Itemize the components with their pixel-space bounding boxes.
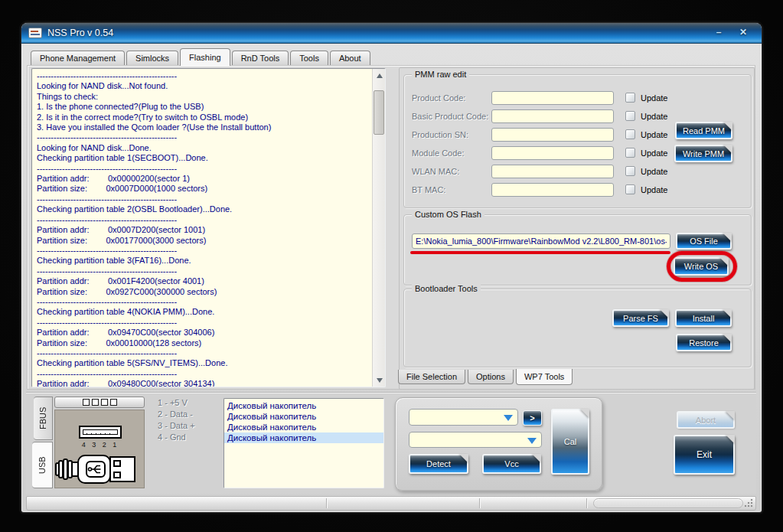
tab-about[interactable]: About bbox=[330, 51, 370, 66]
statusbar-progress-panel bbox=[593, 498, 743, 508]
wp7-tools-page: PMM raw edit Product Code: Update Basic … bbox=[399, 67, 755, 390]
scroll-down-button[interactable] bbox=[373, 374, 386, 387]
abort-button[interactable]: Abort bbox=[677, 411, 735, 429]
tab-fbus[interactable]: FBUS bbox=[34, 397, 53, 440]
product-code-field[interactable] bbox=[491, 91, 614, 105]
titlebar[interactable]: NSS Pro v 0.54 – ✕ bbox=[21, 23, 762, 44]
cal-button[interactable]: Cal bbox=[551, 409, 589, 475]
sub-tab-strip: File Selection Options WP7 Tools bbox=[398, 370, 575, 385]
usb-socket-slot bbox=[83, 429, 118, 435]
os-path-field[interactable] bbox=[412, 233, 670, 249]
tab-file-selection[interactable]: File Selection bbox=[398, 370, 465, 384]
wlan-mac-label: WLAN MAC: bbox=[412, 167, 459, 176]
tab-tools[interactable]: Tools bbox=[290, 51, 328, 66]
tab-flashing[interactable]: Flashing bbox=[180, 48, 230, 66]
wlan-mac-update-label: Update bbox=[641, 167, 667, 176]
pin-square-icon bbox=[92, 399, 99, 406]
pin-label-4: 4 - Gnd bbox=[158, 432, 195, 443]
pin-square-icon bbox=[83, 399, 90, 406]
write-os-button[interactable]: Write OS bbox=[674, 257, 729, 276]
write-pmm-button[interactable]: Write PMM bbox=[674, 145, 732, 162]
basic-product-code-update-checkbox[interactable] bbox=[625, 111, 635, 121]
production-sn-label: Production SN: bbox=[412, 130, 468, 139]
connection-section: FBUS USB 4 3 2 1 bbox=[26, 392, 756, 494]
bt-mac-field[interactable] bbox=[491, 183, 614, 197]
vcc-button[interactable]: Vcc bbox=[482, 454, 541, 474]
socket-pin-numbers: 4 3 2 1 bbox=[55, 441, 145, 449]
module-code-update-label: Update bbox=[641, 149, 667, 158]
bt-mac-update-checkbox[interactable] bbox=[625, 184, 635, 194]
pin-indicator-button[interactable] bbox=[54, 397, 145, 408]
list-item[interactable]: Дисковый накопитель bbox=[224, 411, 383, 422]
parse-fs-button[interactable]: Parse FS bbox=[612, 309, 669, 327]
pin-label-2: 2 - Data - bbox=[158, 409, 195, 420]
go-button[interactable]: > bbox=[523, 410, 542, 426]
statusbar-divider bbox=[586, 498, 587, 508]
tab-usb[interactable]: USB bbox=[32, 442, 53, 488]
app-window: NSS Pro v 0.54 – ✕ Phone Management Siml… bbox=[21, 23, 762, 512]
tab-wp7-tools[interactable]: WP7 Tools bbox=[516, 369, 573, 385]
device-combo[interactable] bbox=[409, 432, 542, 448]
os-file-button[interactable]: OS File bbox=[676, 233, 732, 250]
bootloader-tools-group: Bootloader Tools Parse FS Install Restor… bbox=[403, 289, 752, 367]
tab-simlocks[interactable]: Simlocks bbox=[126, 51, 178, 66]
product-code-label: Product Code: bbox=[412, 93, 465, 103]
tab-options[interactable]: Options bbox=[468, 370, 514, 384]
product-code-update-checkbox[interactable] bbox=[625, 93, 635, 103]
basic-product-code-update-label: Update bbox=[641, 112, 667, 121]
product-code-update-label: Update bbox=[641, 93, 667, 103]
combo-arrow-icon bbox=[504, 415, 513, 421]
log-panel[interactable]: ----------------------------------------… bbox=[31, 68, 386, 387]
window-title: NSS Pro v 0.54 bbox=[47, 23, 113, 44]
statusbar-divider bbox=[479, 498, 480, 508]
chevron-down-icon bbox=[377, 378, 383, 383]
usb-connector-diagram: 4 3 2 1 bbox=[54, 410, 145, 488]
app-icon bbox=[28, 28, 42, 38]
wlan-mac-update-checkbox[interactable] bbox=[625, 166, 635, 176]
read-pmm-button[interactable]: Read PMM bbox=[675, 122, 732, 139]
list-item[interactable]: Дисковый накопитель bbox=[224, 400, 383, 411]
module-code-field[interactable] bbox=[491, 146, 614, 160]
bt-mac-label: BT MAC: bbox=[412, 185, 445, 194]
resize-grip[interactable] bbox=[744, 498, 753, 508]
port-combo[interactable] bbox=[409, 409, 518, 426]
custom-os-flash-group: Custom OS Flash OS File Write OS bbox=[403, 214, 752, 286]
detect-button[interactable]: Detect bbox=[409, 454, 468, 474]
chevron-up-icon bbox=[377, 73, 383, 78]
exit-button[interactable]: Exit bbox=[674, 435, 735, 475]
tab-phone-management[interactable]: Phone Management bbox=[31, 51, 125, 66]
pinout-legend: 1 - +5 V 2 - Data - 3 - Data + 4 - Gnd bbox=[158, 397, 195, 443]
pmm-raw-edit-group: PMM raw edit Product Code: Update Basic … bbox=[403, 74, 752, 208]
basic-product-code-label: Basic Product Code: bbox=[412, 112, 488, 121]
flashing-tab-panel: ----------------------------------------… bbox=[27, 65, 755, 390]
device-list[interactable]: Дисковый накопитель Дисковый накопитель … bbox=[223, 398, 384, 488]
module-code-label: Module Code: bbox=[412, 149, 465, 158]
port-controls-panel: > Detect Vcc Cal bbox=[395, 397, 603, 491]
wlan-mac-field[interactable] bbox=[491, 165, 614, 178]
bt-mac-update-label: Update bbox=[641, 185, 667, 194]
pmm-group-label: PMM raw edit bbox=[412, 70, 469, 79]
production-sn-update-label: Update bbox=[641, 130, 667, 139]
install-button[interactable]: Install bbox=[675, 309, 732, 327]
minimize-button[interactable]: – bbox=[711, 25, 726, 39]
main-tab-strip: Phone Management Simlocks Flashing RnD T… bbox=[31, 49, 372, 66]
production-sn-field[interactable] bbox=[491, 128, 614, 142]
usb-socket-drawing bbox=[79, 426, 122, 439]
pin-label-3: 3 - Data + bbox=[158, 420, 195, 432]
restore-button[interactable]: Restore bbox=[676, 334, 732, 351]
tab-rnd-tools[interactable]: RnD Tools bbox=[232, 51, 289, 66]
status-bar bbox=[26, 496, 756, 511]
statusbar-divider bbox=[326, 498, 327, 508]
pin-square-icon bbox=[110, 399, 117, 406]
pin-label-1: 1 - +5 V bbox=[158, 397, 195, 409]
close-button[interactable]: ✕ bbox=[736, 25, 751, 39]
log-scrollbar[interactable] bbox=[372, 69, 385, 387]
scroll-up-button[interactable] bbox=[373, 69, 386, 82]
scrollbar-thumb[interactable] bbox=[374, 90, 384, 135]
basic-product-code-field[interactable] bbox=[491, 109, 614, 123]
production-sn-update-checkbox[interactable] bbox=[625, 129, 635, 139]
desktop-background: NSS Pro v 0.54 – ✕ Phone Management Siml… bbox=[0, 0, 783, 532]
list-item[interactable]: Дисковый накопитель bbox=[224, 422, 383, 432]
module-code-update-checkbox[interactable] bbox=[625, 148, 635, 158]
list-item-selected[interactable]: Дисковый накопитель bbox=[224, 432, 383, 443]
